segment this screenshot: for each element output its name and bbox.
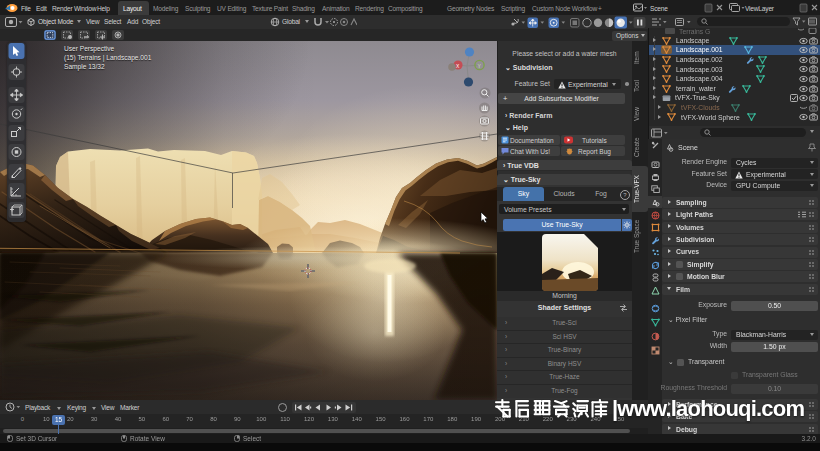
svg-text:Y: Y [478, 63, 482, 69]
